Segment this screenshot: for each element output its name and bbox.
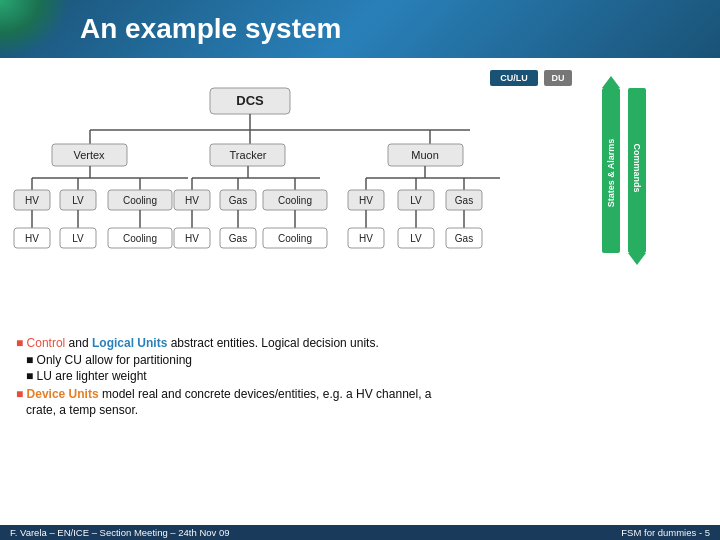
states-alarms-label: States & Alarms <box>606 139 616 208</box>
svg-text:HV: HV <box>359 195 373 206</box>
svg-text:Gas: Gas <box>455 195 473 206</box>
svg-text:Cooling: Cooling <box>278 233 312 244</box>
muon-node: Muon <box>411 149 439 161</box>
body-text: ■ Control and Logical Units abstract ent… <box>10 332 710 439</box>
header-decoration <box>0 0 70 58</box>
body-line1: ■ Control and Logical Units abstract ent… <box>16 336 704 350</box>
body-line4: ■ Device Units model real and concrete d… <box>16 387 704 401</box>
vertex-node: Vertex <box>73 149 105 161</box>
diagram-area: CU/LU DU DCS Vertex Tracker Muon <box>0 58 720 439</box>
footer-right: FSM for dummies - 5 <box>621 527 710 538</box>
cooling-vertex-du: Cooling <box>123 233 157 244</box>
svg-text:HV: HV <box>359 233 373 244</box>
svg-text:Gas: Gas <box>455 233 473 244</box>
svg-text:LV: LV <box>72 195 84 206</box>
footer-bar: F. Varela – EN/ICE – Section Meeting – 2… <box>0 525 720 540</box>
cooling-vertex-node: Cooling <box>123 195 157 206</box>
page-title: An example system <box>80 13 341 45</box>
svg-text:Gas: Gas <box>229 195 247 206</box>
svg-text:Gas: Gas <box>229 233 247 244</box>
device-units-text: Device Units <box>27 387 99 401</box>
svg-text:LV: LV <box>410 233 422 244</box>
svg-text:HV: HV <box>25 195 39 206</box>
body-line5: crate, a temp sensor. <box>16 403 704 417</box>
du-label: DU <box>552 73 565 83</box>
svg-text:HV: HV <box>25 233 39 244</box>
body-line2: ■ Only CU allow for partitioning <box>16 353 704 367</box>
dcs-node: DCS <box>236 93 264 108</box>
footer-left: F. Varela – EN/ICE – Section Meeting – 2… <box>10 527 230 538</box>
square-bullet-1: ■ <box>16 336 23 350</box>
svg-text:HV: HV <box>185 233 199 244</box>
tracker-node: Tracker <box>230 149 267 161</box>
control-text: Control <box>27 336 66 350</box>
header: An example system <box>0 0 720 58</box>
system-diagram: CU/LU DU DCS Vertex Tracker Muon <box>10 68 670 328</box>
commands-label: Commands <box>632 143 642 192</box>
cu-lu-label: CU/LU <box>500 73 528 83</box>
svg-marker-72 <box>602 76 620 88</box>
logical-units-text: Logical Units <box>92 336 167 350</box>
svg-text:Cooling: Cooling <box>278 195 312 206</box>
svg-marker-74 <box>628 253 646 265</box>
svg-text:LV: LV <box>72 233 84 244</box>
square-bullet-2: ■ <box>16 387 23 401</box>
svg-text:LV: LV <box>410 195 422 206</box>
svg-text:HV: HV <box>185 195 199 206</box>
body-line3: ■ LU are lighter weight <box>16 369 704 383</box>
